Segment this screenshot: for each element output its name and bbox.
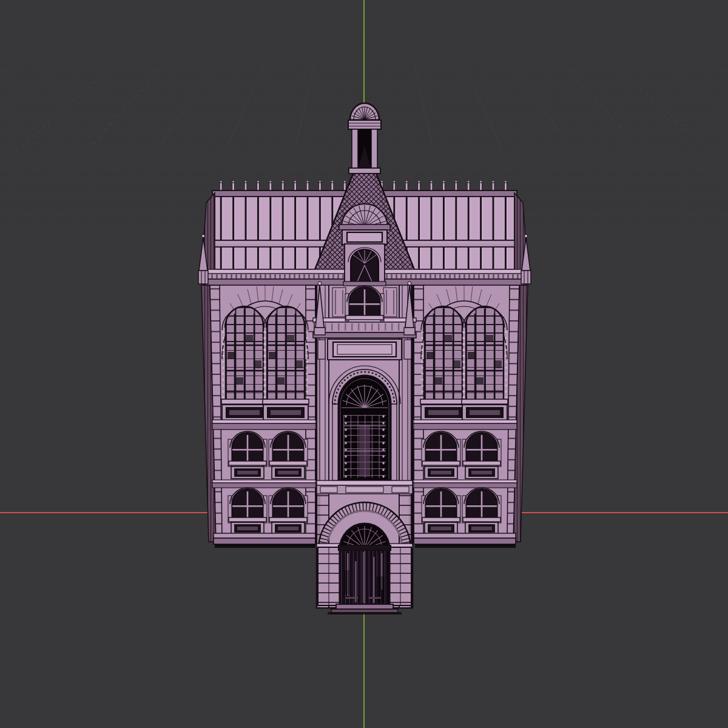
building-model[interactable] [195, 96, 535, 615]
viewport-3d[interactable] [0, 0, 728, 728]
wing-right [413, 285, 528, 548]
tower-small-window [332, 286, 397, 321]
door [341, 551, 388, 604]
great-arch-window [329, 366, 400, 480]
dormer [339, 204, 390, 286]
cupola [348, 103, 381, 174]
tower [313, 273, 416, 615]
wing-left [201, 285, 317, 548]
